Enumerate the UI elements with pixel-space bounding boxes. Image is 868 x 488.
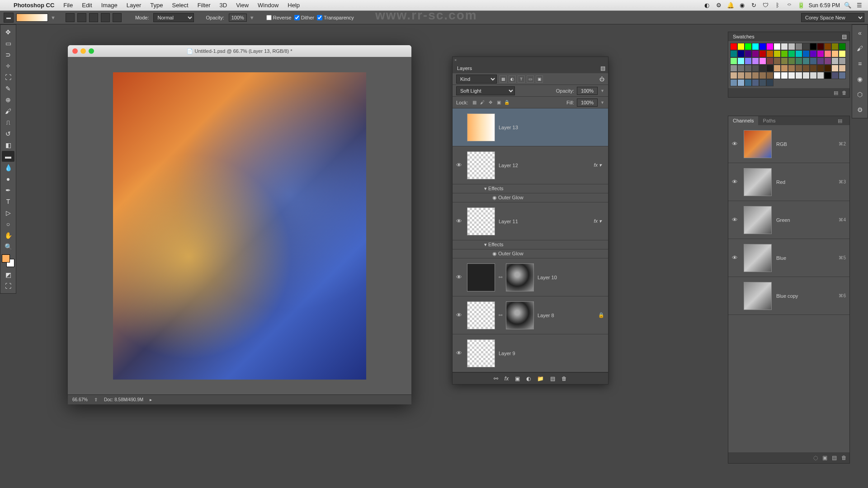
- delete-layer-icon[interactable]: 🗑: [561, 375, 567, 382]
- swatch[interactable]: [745, 65, 752, 72]
- swatch[interactable]: [774, 43, 781, 50]
- menu-file[interactable]: File: [59, 2, 77, 9]
- swatch[interactable]: [745, 79, 752, 86]
- link-mask-icon[interactable]: ⚯: [499, 275, 502, 280]
- swatch[interactable]: [745, 57, 752, 65]
- visibility-icon[interactable]: 👁: [732, 216, 739, 223]
- swatch[interactable]: [774, 65, 781, 72]
- status-icon[interactable]: ◐: [703, 2, 711, 9]
- brush-tool[interactable]: 🖌: [2, 106, 14, 117]
- layer-thumbnail[interactable]: [467, 263, 495, 291]
- wifi-icon[interactable]: ⌔: [785, 2, 793, 9]
- visibility-icon[interactable]: 👁: [456, 218, 463, 225]
- swatch[interactable]: [802, 43, 810, 50]
- swatch[interactable]: [810, 50, 817, 57]
- mask-thumbnail[interactable]: [506, 301, 534, 329]
- dock-properties-icon[interactable]: ⚙: [854, 104, 865, 115]
- swatch[interactable]: [810, 57, 817, 65]
- swatch[interactable]: [759, 43, 766, 50]
- swatch[interactable]: [730, 50, 737, 57]
- swatch[interactable]: [752, 72, 759, 79]
- gradient-linear-icon[interactable]: [66, 13, 75, 22]
- gradient-preview[interactable]: [16, 14, 48, 22]
- document-canvas[interactable]: [68, 57, 411, 394]
- channel-row[interactable]: 👁Green⌘4: [728, 201, 849, 239]
- status-icon[interactable]: ⚙: [715, 2, 723, 9]
- layer-name[interactable]: Layer 12: [499, 163, 590, 168]
- swatch[interactable]: [781, 43, 788, 50]
- dock-collapse-icon[interactable]: «: [854, 28, 865, 38]
- delete-swatch-icon[interactable]: 🗑: [842, 90, 847, 95]
- close-icon[interactable]: [72, 48, 78, 54]
- quickmask-tool[interactable]: ◩: [2, 269, 14, 280]
- screenmode-tool[interactable]: ⛶: [2, 281, 14, 291]
- swatch[interactable]: [774, 50, 781, 57]
- doc-info[interactable]: Doc: 8.58M/490.9M: [104, 397, 143, 402]
- swatch[interactable]: [839, 65, 846, 72]
- swatch[interactable]: [810, 65, 817, 72]
- swatch[interactable]: [831, 43, 839, 50]
- swatches-tab[interactable]: Swatches ▤: [728, 32, 849, 41]
- layer-thumbnail[interactable]: [467, 207, 495, 235]
- swatch[interactable]: [737, 72, 745, 79]
- panel-menu-icon[interactable]: ▤: [842, 33, 847, 40]
- menu-help[interactable]: Help: [283, 2, 304, 9]
- layer-thumbnail[interactable]: [467, 151, 495, 179]
- battery-icon[interactable]: 🔋: [797, 2, 805, 9]
- swatch[interactable]: [766, 57, 774, 65]
- swatch[interactable]: [759, 50, 766, 57]
- layer-effect-outer-glow[interactable]: ◉ Outer Glow: [453, 249, 608, 258]
- layer-row[interactable]: 👁Layer 11fx ▾: [453, 202, 608, 240]
- swatch[interactable]: [824, 72, 831, 79]
- new-swatch-icon[interactable]: ▤: [834, 90, 838, 96]
- shield-icon[interactable]: 🛡: [762, 2, 770, 9]
- layer-row[interactable]: Layer 13: [453, 108, 608, 146]
- fx-icon[interactable]: fx ▾: [594, 218, 604, 224]
- gradient-radial-icon[interactable]: [77, 13, 86, 22]
- menu-image[interactable]: Image: [97, 2, 122, 9]
- link-layers-icon[interactable]: ⚯: [494, 375, 498, 382]
- dodge-tool[interactable]: ●: [2, 174, 14, 184]
- filter-pixel-icon[interactable]: ▦: [500, 75, 507, 83]
- link-mask-icon[interactable]: ⚯: [499, 313, 502, 318]
- shape-tool[interactable]: ○: [2, 219, 14, 230]
- transparency-check[interactable]: Transparency: [317, 15, 354, 20]
- swatch[interactable]: [802, 57, 810, 65]
- swatch[interactable]: [752, 57, 759, 65]
- swatch[interactable]: [781, 72, 788, 79]
- swatch[interactable]: [831, 72, 839, 79]
- swatch[interactable]: [795, 43, 802, 50]
- layer-fx-icon[interactable]: fx: [505, 375, 509, 382]
- swatch[interactable]: [824, 43, 831, 50]
- fg-bg-colors[interactable]: [2, 254, 14, 267]
- swatch[interactable]: [759, 79, 766, 86]
- bell-icon[interactable]: 🔔: [726, 2, 735, 9]
- layer-thumbnail[interactable]: [467, 339, 495, 367]
- layer-name[interactable]: Layer 8: [538, 313, 594, 318]
- layer-effects-row[interactable]: ▾ Effects: [453, 184, 608, 193]
- swatch[interactable]: [759, 65, 766, 72]
- swatch[interactable]: [737, 79, 745, 86]
- menu-3d[interactable]: 3D: [215, 2, 232, 9]
- swatch[interactable]: [759, 72, 766, 79]
- swatch[interactable]: [788, 50, 795, 57]
- channels-tab[interactable]: Channels: [728, 116, 758, 125]
- visibility-icon[interactable]: 👁: [456, 162, 463, 169]
- layer-group-icon[interactable]: 📁: [537, 375, 544, 382]
- swatch[interactable]: [817, 72, 824, 79]
- layer-row[interactable]: 👁⚯Layer 8🔒: [453, 296, 608, 334]
- swatch[interactable]: [766, 50, 774, 57]
- path-select-tool[interactable]: ▷: [2, 207, 14, 218]
- lasso-tool[interactable]: ⊃: [2, 49, 14, 60]
- history-brush-tool[interactable]: ↺: [2, 128, 14, 139]
- layer-effect-outer-glow[interactable]: ◉ Outer Glow: [453, 193, 608, 202]
- visibility-icon[interactable]: 👁: [732, 178, 739, 185]
- stamp-tool[interactable]: ⎍: [2, 117, 14, 128]
- swatch[interactable]: [824, 50, 831, 57]
- lock-pixels-icon[interactable]: 🖌: [479, 99, 486, 106]
- healing-tool[interactable]: ⊕: [2, 94, 14, 105]
- crop-tool[interactable]: ⛶: [2, 72, 14, 83]
- swatch[interactable]: [839, 50, 846, 57]
- lock-artboard-icon[interactable]: ▣: [495, 99, 502, 106]
- visibility-icon[interactable]: 👁: [456, 312, 463, 319]
